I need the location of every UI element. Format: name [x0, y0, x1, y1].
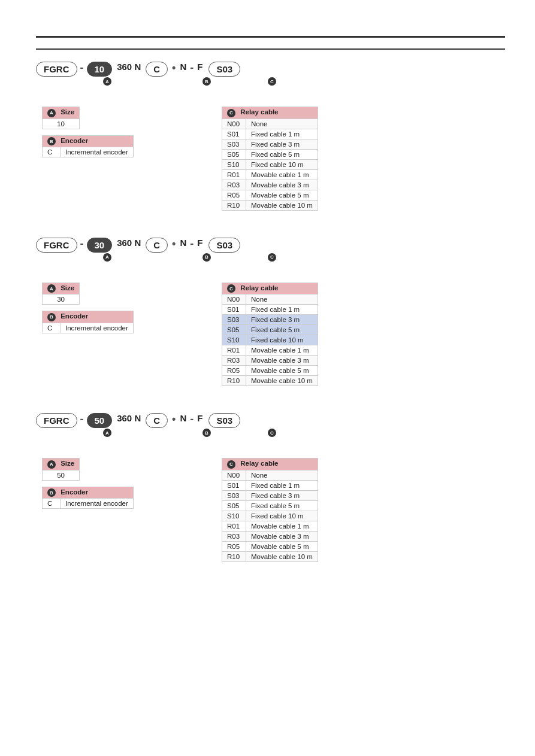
encoder-header-3: B Encoder	[43, 487, 134, 499]
encoder-code-2: C	[43, 323, 61, 333]
block-1: FGRC - 10 360 N C • N - F S03 A B C	[36, 62, 505, 211]
encoder-table-2: B Encoder C Incremental encoder	[42, 311, 134, 333]
left-tables-2: A Size 30 B Encoder	[42, 283, 162, 387]
size-header-2: A Size	[43, 283, 80, 294]
table-row: N00None	[222, 119, 318, 129]
fgrc-label-1: FGRC	[36, 62, 77, 77]
table-row: S05Fixed cable 5 m	[222, 149, 318, 159]
encoder-pill-1: C	[146, 62, 168, 77]
size-value-2: 30	[43, 294, 80, 305]
table-row: R05Movable cable 5 m	[222, 366, 318, 376]
encoder-desc-2: Incremental encoder	[61, 323, 134, 333]
encoder-code-3: C	[43, 499, 61, 509]
table-row: R03Movable cable 3 m	[222, 356, 318, 366]
relay-table-2: C Relay cable N00None S01Fixed cable 1 m…	[222, 283, 318, 387]
f-label-3: F	[197, 413, 202, 423]
table-row: S01Fixed cable 1 m	[222, 305, 318, 315]
size-value-1: 10	[43, 119, 80, 129]
page-header-line	[36, 36, 505, 38]
nf-label-3: N	[180, 413, 186, 423]
left-tables-3: A Size 50 B Encoder	[42, 458, 162, 562]
encoder-pill-2: C	[146, 238, 168, 253]
table-row: R10Movable cable 10 m	[222, 551, 318, 561]
encoder-table-3: B Encoder C Incremental encoder	[42, 487, 134, 509]
badge-b-3: B	[202, 429, 211, 437]
encoder-code-1: C	[43, 147, 61, 157]
table-row: R03Movable cable 3 m	[222, 531, 318, 541]
encoder-header-2: B Encoder	[43, 311, 134, 323]
table-row: R10Movable cable 10 m	[222, 376, 318, 386]
spec-label-3: 360 N	[117, 413, 141, 423]
size-table-3: A Size 50	[42, 458, 80, 481]
size-header-1: A Size	[43, 107, 80, 119]
table-row: R05Movable cable 5 m	[222, 541, 318, 551]
nf-label-1: N	[180, 62, 186, 72]
size-section-2: A Size 30	[42, 283, 162, 305]
model-row-3: FGRC - 50 360 N C • N - F S03 A B C	[36, 413, 505, 428]
f-label-2: F	[197, 238, 202, 248]
relay-section-2: C Relay cable N00None S01Fixed cable 1 m…	[222, 283, 318, 387]
fgrc-label-3: FGRC	[36, 413, 77, 428]
table-row: S01Fixed cable 1 m	[222, 129, 318, 139]
table-row: S05Fixed cable 5 m	[222, 500, 318, 511]
size-pill-1: 10	[87, 62, 113, 77]
nf-label-2: N	[180, 238, 186, 248]
block-content-2: A Size 30 B Encoder	[42, 283, 505, 387]
spec-label-1: 360 N	[117, 62, 141, 72]
badge-c-1: C	[268, 77, 276, 86]
badge-c-2: C	[268, 253, 276, 262]
fgrc-label-2: FGRC	[36, 238, 77, 253]
encoder-table-1: B Encoder C Incremental encoder	[42, 135, 134, 158]
encoder-section-1: B Encoder C Incremental encoder	[42, 135, 162, 158]
spec-label-2: 360 N	[117, 238, 141, 248]
encoder-section-3: B Encoder C Incremental encoder	[42, 487, 162, 509]
table-row: N00None	[222, 470, 318, 480]
table-row: S03Fixed cable 3 m	[222, 490, 318, 500]
size-table-2: A Size 30	[42, 283, 80, 305]
relay-pill-3: S03	[208, 413, 240, 428]
table-row: S01Fixed cable 1 m	[222, 480, 318, 490]
table-row: N00None	[222, 294, 318, 305]
badge-b-1: B	[202, 77, 211, 86]
size-pill-3: 50	[87, 413, 113, 428]
badge-a-3: A	[103, 429, 111, 437]
encoder-desc-1: Incremental encoder	[61, 147, 134, 157]
table-row: S10Fixed cable 10 m	[222, 159, 318, 169]
block-3: FGRC - 50 360 N C • N - F S03 A B C	[36, 413, 505, 562]
size-pill-2: 30	[87, 238, 113, 253]
table-row: S10Fixed cable 10 m	[222, 335, 318, 345]
badge-a-2: A	[103, 253, 111, 262]
table-row: R03Movable cable 3 m	[222, 180, 318, 190]
badge-b-2: B	[202, 253, 211, 262]
model-row-1: FGRC - 10 360 N C • N - F S03 A B C	[36, 62, 505, 77]
size-section-1: A Size 10	[42, 107, 162, 129]
block-content-1: A Size 10 B Encoder	[42, 107, 505, 211]
table-row: S03Fixed cable 3 m	[222, 139, 318, 149]
relay-header-3: C Relay cable	[222, 459, 318, 470]
block-2: FGRC - 30 360 N C • N - F S03 A B C	[36, 238, 505, 387]
relay-table-1: C Relay cable N00None S01Fixed cable 1 m…	[222, 107, 318, 211]
encoder-pill-3: C	[146, 413, 168, 428]
table-row: R01Movable cable 1 m	[222, 521, 318, 531]
f-label-1: F	[197, 62, 202, 72]
table-row: S05Fixed cable 5 m	[222, 325, 318, 335]
relay-table-3: C Relay cable N00None S01Fixed cable 1 m…	[222, 458, 318, 562]
relay-header-2: C Relay cable	[222, 283, 318, 294]
encoder-header-1: B Encoder	[43, 135, 134, 147]
table-row: R01Movable cable 1 m	[222, 345, 318, 356]
size-value-3: 50	[43, 470, 80, 480]
table-row: R01Movable cable 1 m	[222, 169, 318, 180]
size-header-3: A Size	[43, 459, 80, 470]
table-row: S10Fixed cable 10 m	[222, 511, 318, 521]
badge-a-1: A	[103, 77, 111, 86]
relay-section-3: C Relay cable N00None S01Fixed cable 1 m…	[222, 458, 318, 562]
section-line	[36, 48, 505, 50]
encoder-desc-3: Incremental encoder	[61, 499, 134, 509]
table-row: R10Movable cable 10 m	[222, 200, 318, 210]
model-row-2: FGRC - 30 360 N C • N - F S03 A B C	[36, 238, 505, 253]
relay-section-1: C Relay cable N00None S01Fixed cable 1 m…	[222, 107, 318, 211]
left-tables-1: A Size 10 B Encoder	[42, 107, 162, 211]
table-row: R05Movable cable 5 m	[222, 190, 318, 200]
badge-c-3: C	[268, 429, 276, 437]
relay-pill-1: S03	[208, 62, 240, 77]
